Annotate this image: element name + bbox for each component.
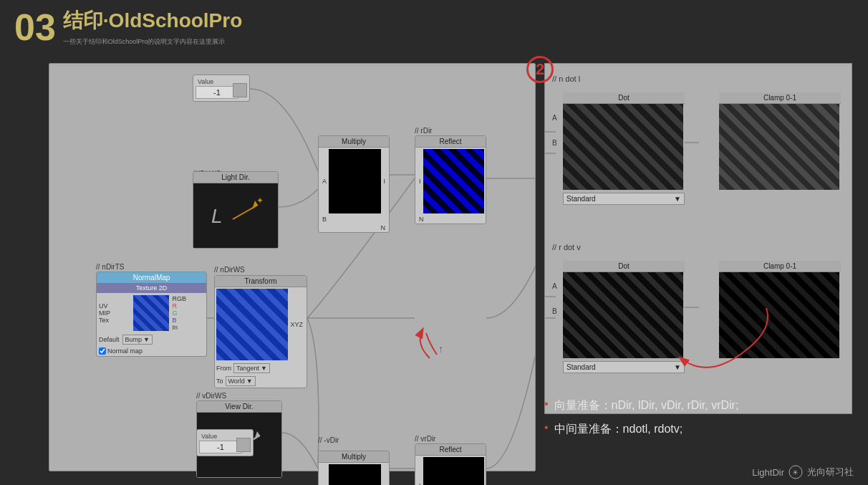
r-label: R xyxy=(173,302,205,309)
standard-label-ndotl: Standard xyxy=(566,195,596,203)
from-label: From xyxy=(216,365,231,372)
ndirts-label: // nDirTS xyxy=(96,263,124,271)
rdotv-clamp-node: Clamp 0-1 xyxy=(719,261,841,358)
standard-dropdown-rdotv[interactable]: Standard ▼ xyxy=(563,361,685,373)
lightdir-arrow-svg: L ✦ xyxy=(193,183,278,248)
ndotl-dot-node: Dot Standard ▼ xyxy=(563,92,685,205)
ndirts-node: NormalMap Texture 2D UV MIP Tex RGB R G … xyxy=(96,272,207,357)
standard-dropdown-ndotl[interactable]: Standard ▼ xyxy=(563,193,685,205)
in-label: In xyxy=(173,324,205,331)
tangent-dropdown[interactable]: Tangent ▼ xyxy=(233,363,270,373)
dot-preview-ndotl xyxy=(563,104,683,190)
ndotl-b-label: B xyxy=(552,139,557,147)
rdotv-section: // r dot v A B Dot Standard ▼ Clamp 0-1 xyxy=(552,243,844,400)
value-node-bottom: Value -1 xyxy=(196,429,254,456)
clamp-header-ndotl: Clamp 0-1 xyxy=(719,92,841,104)
rdotv-dot-node: Dot Standard ▼ xyxy=(563,261,685,373)
texture2d-label: Texture 2D xyxy=(97,283,206,293)
bullet-item-1: • 向量准备：nDir, lDir, vDir, rDir, vrDir; xyxy=(544,398,854,413)
annotation-2: 2 xyxy=(526,56,554,83)
footer-brand: LightDir xyxy=(752,467,784,478)
transform-header: Transform xyxy=(215,276,307,287)
annotation-2-text: 2 xyxy=(536,60,544,79)
bullet-text-1: 向量准备：nDir, lDir, vDir, rDir, vrDir; xyxy=(554,398,739,413)
texture-preview-ndirts xyxy=(133,295,169,331)
normalmap-checkbox[interactable] xyxy=(99,347,106,355)
vdirws-label: // vDirWS xyxy=(196,392,226,400)
bullet-item-2: • 中间量准备：ndotl, rdotv; xyxy=(544,422,854,437)
ndotl-title: // n dot l xyxy=(552,75,844,83)
b-label: B xyxy=(173,317,205,324)
transform-preview xyxy=(216,289,288,360)
bullet-section: • 向量准备：nDir, lDir, vDir, rDir, vrDir; • … xyxy=(544,398,854,446)
viewdir-header: View Dir. xyxy=(197,401,281,413)
lightdir-header: Light Dir. xyxy=(193,172,278,183)
clamp-header-rdotv: Clamp 0-1 xyxy=(719,261,841,272)
rdotv-b-label: B xyxy=(552,307,557,315)
shader-graph-panel: // rDir Value -1 Multiply A I B N Reflec… xyxy=(49,63,536,471)
clamp-preview-rdotv xyxy=(719,272,839,358)
reflect-preview-bottom xyxy=(423,457,484,485)
ndirws-label: // nDirWS xyxy=(214,266,245,274)
world-dropdown[interactable]: World ▼ xyxy=(226,376,256,386)
tex-label: Tex xyxy=(99,317,131,324)
svg-text:☀: ☀ xyxy=(792,469,799,476)
rdir-label: // rDir xyxy=(415,127,432,135)
multiply-header: Multiply xyxy=(319,136,389,148)
rdir-reflect-node: Reflect I N xyxy=(415,135,486,224)
footer: LightDir ☀ 光向研习社 xyxy=(752,465,854,479)
slide-title: 结印·OldSchoolPro xyxy=(63,7,242,34)
multiply-preview-bottom xyxy=(329,464,381,485)
value-bottom-input[interactable]: -1 xyxy=(199,441,242,453)
mip-label: MIP xyxy=(99,309,131,317)
bump-label: Bump xyxy=(125,336,143,343)
footer-logo-icon: ☀ xyxy=(789,465,803,479)
bullet-text-2: 中间量准备：ndotl, rdotv; xyxy=(554,422,683,437)
ldirws-node: Light Dir. L ✦ xyxy=(193,171,279,249)
ndotl-a-label: A xyxy=(552,114,557,122)
reflect-preview-top xyxy=(423,149,484,213)
g-label: G xyxy=(173,309,205,317)
svg-text:L: L xyxy=(211,205,223,227)
right-panel: // n dot l A B Dot Standard ▼ Clamp 0-1 xyxy=(544,63,852,414)
vdir-multiply-node: Multiply A I B N xyxy=(318,451,390,485)
xyz-label: XYZ xyxy=(288,320,305,329)
bullet-dot-1: • xyxy=(544,398,549,410)
header: 03 结印·OldSchoolPro 一些关于结印和OldSchoolPro的说… xyxy=(14,7,242,47)
value-top-input[interactable]: -1 xyxy=(196,86,238,99)
rdotv-a-label: A xyxy=(552,282,557,290)
multiply-bottom-header: Multiply xyxy=(319,451,389,463)
rdotv-title: // r dot v xyxy=(552,243,844,251)
normalmap-check-label: Normal map xyxy=(107,347,143,355)
ndotl-clamp-node: Clamp 0-1 xyxy=(719,92,841,190)
vrdir-node: Reflect I N xyxy=(415,443,486,485)
ndirws-node: Transform XYZ From Tangent ▼ To World ▼ xyxy=(214,275,307,388)
value-node-top: Value -1 xyxy=(193,75,250,102)
svg-marker-6 xyxy=(254,431,260,440)
tangent-label: Tangent xyxy=(236,365,259,372)
slide-subtitle: 一些关于结印和OldSchoolPro的说明文字内容在这里展示 xyxy=(63,37,242,47)
multiply-node-top: Multiply A I B N xyxy=(318,135,390,233)
slide-number: 03 xyxy=(14,9,56,46)
bump-dropdown[interactable]: Bump ▼ xyxy=(122,335,153,345)
rgb-out-label: RGB xyxy=(173,295,205,302)
dot-preview-rdotv xyxy=(563,272,683,358)
normalmap-label: NormalMap xyxy=(97,272,206,283)
ndotl-section: // n dot l A B Dot Standard ▼ Clamp 0-1 xyxy=(552,75,844,225)
multiply-preview-top xyxy=(329,149,381,213)
lightdir-preview: L ✦ xyxy=(193,183,278,248)
clamp-preview-ndotl xyxy=(719,104,839,190)
vrdir-label: // vrDir xyxy=(415,435,435,443)
standard-label-rdotv: Standard xyxy=(566,363,596,371)
world-label: World xyxy=(228,378,245,385)
bullet-dot-2: • xyxy=(544,422,549,433)
rdotv-dot-header: Dot xyxy=(563,261,685,272)
default-label: Default xyxy=(99,336,120,343)
footer-logo-text: 光向研习社 xyxy=(807,466,854,479)
to-label: To xyxy=(216,378,223,385)
reflect-bottom-header: Reflect xyxy=(415,444,486,456)
uv-label: UV xyxy=(99,302,131,309)
svg-text:✦: ✦ xyxy=(256,196,264,206)
reflect-top-header: Reflect xyxy=(415,136,486,148)
dot-header: Dot xyxy=(563,92,685,104)
